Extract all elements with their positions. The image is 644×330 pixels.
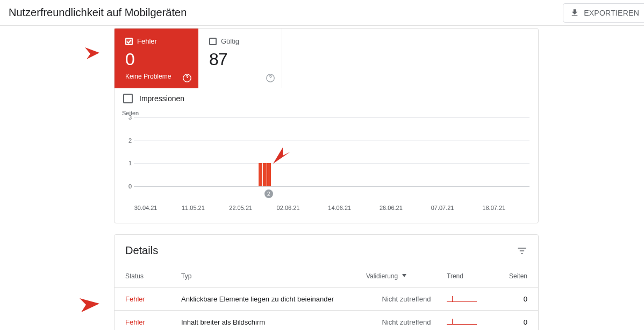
checkbox-empty-icon[interactable] <box>123 94 133 103</box>
sparkline-icon <box>447 295 477 304</box>
table-row[interactable]: Fehler Anklickbare Elemente liegen zu di… <box>115 288 538 311</box>
cell-seiten: 0 <box>500 295 527 303</box>
col-seiten[interactable]: Seiten <box>500 272 527 280</box>
table-row[interactable]: Fehler Inhalt breiter als Bildschirm Nic… <box>115 311 538 330</box>
x-axis-labels: 30.04.21 11.05.21 22.05.21 02.06.21 14.0… <box>134 205 529 212</box>
checkbox-checked-icon <box>125 38 133 45</box>
x-tick: 22.05.21 <box>229 205 252 211</box>
chart-y-title: Seiten <box>122 110 529 116</box>
bar-group <box>259 163 271 186</box>
y-axis-labels: 3 2 1 0 <box>123 117 132 186</box>
tab-valid[interactable]: Gültig 87 <box>198 29 282 88</box>
status-tabs: Fehler 0 Keine Probleme Gültig 87 <box>115 29 538 88</box>
chart-badge[interactable]: 2 <box>264 189 273 198</box>
sort-arrow-down-icon <box>401 272 407 280</box>
export-button[interactable]: EXPORTIEREN <box>563 3 644 23</box>
status-card: Fehler 0 Keine Probleme Gültig 87 Impres… <box>114 28 539 223</box>
impressions-row[interactable]: Impressionen <box>115 88 538 106</box>
cell-validierung: Nicht zutreffend <box>366 295 447 303</box>
bar <box>259 163 262 186</box>
header: Nutzerfreundlichkeit auf Mobilgeräten EX… <box>0 0 644 26</box>
tab-head: Fehler <box>125 37 190 45</box>
annotation-arrow-icon <box>61 38 104 67</box>
main-column: Fehler 0 Keine Probleme Gültig 87 Impres… <box>114 28 539 330</box>
chart: Seiten 3 2 1 0 <box>115 106 538 216</box>
help-icon[interactable] <box>266 73 275 83</box>
bar <box>263 163 267 186</box>
filter-icon[interactable] <box>517 245 527 256</box>
y-tick: 3 <box>128 114 132 121</box>
details-card: Details Status Typ Validierung Trend Sei… <box>114 234 539 330</box>
plot-area: 2 <box>134 117 529 186</box>
x-tick: 07.07.21 <box>431 205 454 211</box>
export-label: EXPORTIEREN <box>584 9 639 17</box>
tab-head: Gültig <box>209 37 273 45</box>
annotation-arrow-icon <box>51 290 105 319</box>
col-status[interactable]: Status <box>125 272 181 280</box>
download-icon <box>570 8 579 18</box>
cell-status: Fehler <box>125 318 181 326</box>
details-title: Details <box>125 244 158 257</box>
x-tick: 26.06.21 <box>380 205 403 211</box>
col-validierung[interactable]: Validierung <box>366 272 447 280</box>
x-tick: 14.06.21 <box>328 205 351 211</box>
details-header: Details <box>115 235 538 264</box>
x-tick: 02.06.21 <box>277 205 300 211</box>
table-header: Status Typ Validierung Trend Seiten <box>115 264 538 288</box>
y-tick: 2 <box>128 137 132 144</box>
cell-trend <box>447 295 500 304</box>
x-tick: 30.04.21 <box>134 205 158 211</box>
tab-errors-sub: Keine Probleme <box>125 73 190 80</box>
checkbox-empty-icon <box>209 38 217 45</box>
cell-seiten: 0 <box>500 318 527 326</box>
tab-errors[interactable]: Fehler 0 Keine Probleme <box>115 29 198 88</box>
cell-typ: Anklickbare Elemente liegen zu dicht bei… <box>181 295 366 303</box>
col-typ[interactable]: Typ <box>181 272 366 280</box>
tab-errors-value: 0 <box>125 50 190 69</box>
bar <box>267 163 271 186</box>
x-tick: 11.05.21 <box>182 205 205 211</box>
y-tick: 1 <box>128 160 132 166</box>
tab-valid-label: Gültig <box>221 37 239 45</box>
tab-errors-label: Fehler <box>137 37 157 45</box>
tab-valid-value: 87 <box>209 50 273 69</box>
page-title: Nutzerfreundlichkeit auf Mobilgeräten <box>9 6 187 19</box>
x-tick: 18.07.21 <box>482 205 505 211</box>
cell-typ: Inhalt breiter als Bildschirm <box>181 318 366 326</box>
y-tick: 0 <box>128 183 132 189</box>
impressions-label: Impressionen <box>139 94 184 103</box>
cell-status: Fehler <box>125 295 181 303</box>
sparkline-icon <box>447 318 477 326</box>
help-icon[interactable] <box>182 73 192 83</box>
cell-validierung: Nicht zutreffend <box>366 318 447 326</box>
cell-trend <box>447 318 500 326</box>
col-trend[interactable]: Trend <box>447 272 500 280</box>
